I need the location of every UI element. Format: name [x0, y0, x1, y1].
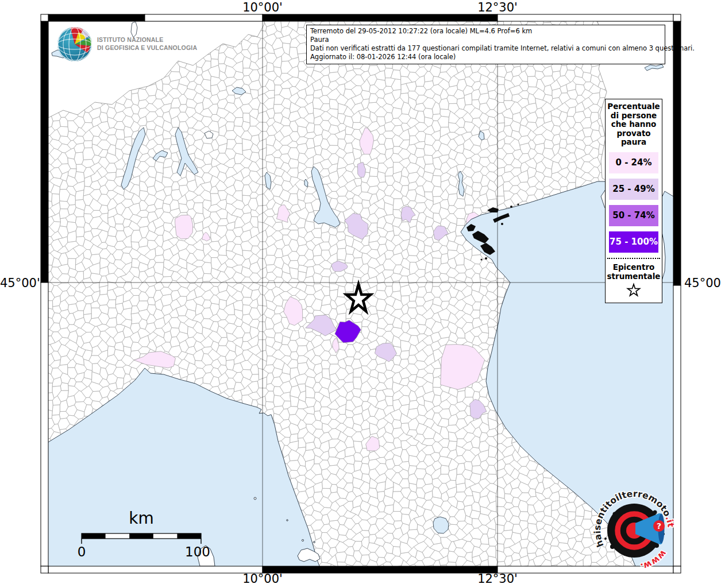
ingv-logo — [57, 27, 92, 61]
legend-class-0-24: 0 - 24% — [609, 152, 658, 173]
info-line-effect: Paura — [310, 36, 661, 44]
ingv-name-line2: DI GEOFISICA E VULCANOLOGIA — [97, 44, 197, 52]
scale-min-label: 0 — [78, 544, 86, 559]
axis-label-left: 45°00' — [0, 276, 39, 290]
question-mark: ? — [657, 521, 661, 531]
earthquake-info-box: Terremoto del 29-05-2012 10:27:22 (ora l… — [306, 25, 665, 64]
axis-label-top-right: 12°30' — [477, 1, 518, 14]
info-line-event: Terremoto del 29-05-2012 10:27:22 (ora l… — [310, 27, 661, 36]
legend-class-25-49: 25 - 49% — [609, 179, 658, 200]
legend-epicenter-label: Epicentro strumentale — [606, 262, 662, 281]
axis-label-right: 45°00' — [684, 276, 721, 290]
info-line-source: Dati non verificati estratti da 177 ques… — [310, 44, 661, 53]
axis-label-bottom-left: 10°00' — [242, 572, 283, 586]
scale-unit-label: km — [129, 509, 154, 528]
axis-label-bottom-right: 12°30' — [477, 572, 518, 586]
municipality-class-0 — [175, 215, 193, 239]
legend-class-50-74: 50 - 74% — [609, 205, 658, 226]
ingv-name-line1: ISTITUTO NAZIONALE — [97, 36, 163, 44]
legend-class-75-100: 75 - 100% — [609, 231, 658, 253]
axis-label-top-left: 10°00' — [242, 1, 283, 14]
hsit-earthquake-map-page: ? haisentitoilterremoto.it www. 10°00' 1… — [0, 0, 721, 588]
legend-star-icon — [606, 282, 662, 300]
legend-title: Percentuale di persone che hanno provato… — [606, 102, 662, 147]
legend-separator — [607, 258, 660, 259]
legend: Percentuale di persone che hanno provato… — [605, 99, 662, 303]
info-line-updated: Aggiornato il: 08-01-2026 12:44 (ora loc… — [310, 53, 661, 61]
scale-max-label: 100 — [185, 544, 210, 559]
